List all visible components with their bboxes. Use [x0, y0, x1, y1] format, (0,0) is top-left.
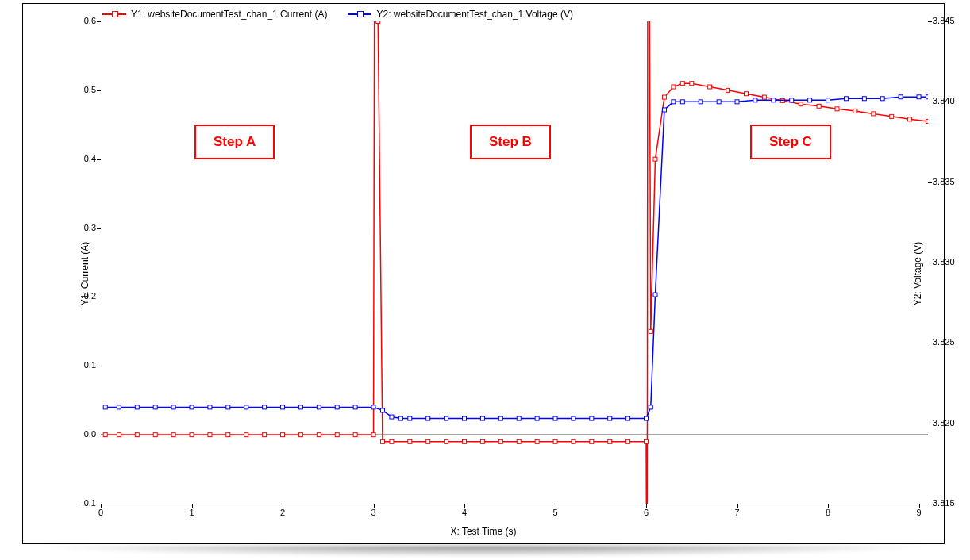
svg-rect-94 — [753, 98, 757, 102]
y2-tick-label: 3.825 — [933, 337, 968, 347]
svg-rect-12 — [298, 433, 302, 437]
svg-rect-36 — [662, 95, 666, 99]
x-axis-label: X: Test Time (s) — [450, 526, 516, 537]
y1-tick-label: -0.1 — [64, 498, 96, 508]
svg-rect-5 — [171, 433, 175, 437]
svg-rect-50 — [890, 114, 894, 118]
svg-rect-9 — [244, 433, 248, 437]
svg-rect-15 — [353, 433, 357, 437]
svg-rect-51 — [908, 117, 912, 121]
svg-rect-1 — [103, 433, 107, 437]
x-tick-label: 1 — [180, 508, 204, 517]
svg-rect-64 — [298, 405, 302, 409]
svg-rect-65 — [317, 405, 321, 409]
svg-rect-103 — [917, 95, 921, 99]
svg-rect-58 — [190, 405, 194, 409]
svg-rect-38 — [680, 82, 684, 86]
svg-rect-62 — [263, 405, 267, 409]
y1-tick-label: 0.5 — [64, 85, 96, 94]
svg-rect-42 — [744, 92, 748, 96]
y1-tick-label: 0.6 — [64, 16, 96, 25]
svg-rect-98 — [826, 98, 830, 102]
x-tick-label: 7 — [726, 508, 749, 517]
svg-rect-45 — [799, 102, 803, 106]
svg-rect-83 — [608, 416, 612, 420]
svg-rect-67 — [353, 405, 357, 409]
y1-tick-label: 0.4 — [64, 154, 96, 163]
x-tick-label: 4 — [452, 508, 476, 517]
legend-item-voltage: Y2: websiteDocumentTest_chan_1 Voltage (… — [348, 9, 572, 20]
svg-rect-74 — [445, 416, 448, 420]
y2-tick-label: 3.840 — [933, 96, 968, 105]
svg-rect-7 — [208, 433, 212, 437]
svg-rect-24 — [480, 439, 484, 443]
svg-rect-82 — [590, 416, 594, 420]
svg-rect-97 — [808, 98, 812, 102]
chart-border: Y1: websiteDocumentTest_chan_1 Current (… — [22, 3, 945, 544]
svg-rect-32 — [626, 439, 630, 443]
svg-rect-93 — [735, 100, 739, 104]
x-tick-label: 0 — [89, 508, 113, 517]
svg-rect-37 — [672, 85, 676, 89]
svg-rect-90 — [680, 100, 684, 104]
svg-rect-55 — [135, 405, 139, 409]
svg-rect-41 — [726, 88, 730, 92]
chart-frame: Y1: websiteDocumentTest_chan_1 Current (… — [0, 0, 970, 560]
svg-rect-77 — [498, 416, 502, 420]
svg-rect-11 — [281, 433, 285, 437]
svg-rect-72 — [408, 416, 412, 420]
y2-tick-label: 3.815 — [933, 498, 968, 508]
svg-rect-61 — [244, 405, 248, 409]
svg-rect-30 — [590, 439, 594, 443]
x-tick-label: 6 — [634, 508, 658, 517]
svg-rect-35 — [653, 157, 657, 161]
svg-rect-19 — [390, 439, 394, 443]
legend-label-voltage: Y2: websiteDocumentTest_chan_1 Voltage (… — [376, 9, 572, 20]
annotation-step-b: Step B — [470, 125, 551, 159]
svg-rect-31 — [608, 439, 612, 443]
svg-rect-75 — [463, 416, 467, 420]
y2-tick-label: 3.835 — [933, 177, 968, 186]
svg-rect-29 — [572, 439, 575, 443]
svg-rect-70 — [390, 415, 394, 419]
svg-rect-102 — [899, 95, 903, 99]
svg-rect-14 — [335, 433, 339, 437]
svg-rect-34 — [649, 329, 652, 333]
svg-rect-49 — [872, 112, 876, 116]
x-tick-label: 9 — [907, 508, 931, 517]
svg-rect-66 — [335, 405, 339, 409]
svg-rect-46 — [817, 104, 821, 108]
y2-tick-label: 3.820 — [933, 418, 968, 428]
svg-rect-43 — [762, 95, 766, 99]
svg-rect-33 — [645, 439, 649, 443]
svg-rect-18 — [380, 439, 384, 443]
svg-rect-26 — [517, 439, 521, 443]
svg-rect-4 — [153, 433, 157, 437]
svg-rect-17 — [376, 21, 380, 24]
svg-rect-39 — [690, 82, 694, 86]
svg-rect-84 — [626, 416, 630, 420]
svg-rect-96 — [790, 98, 794, 102]
svg-rect-53 — [103, 405, 107, 409]
svg-rect-2 — [117, 433, 121, 437]
svg-rect-63 — [281, 405, 285, 409]
svg-rect-56 — [153, 405, 157, 409]
legend-label-current: Y1: websiteDocumentTest_chan_1 Current (… — [131, 9, 327, 20]
svg-rect-10 — [263, 433, 267, 437]
svg-rect-21 — [426, 439, 430, 443]
svg-rect-91 — [699, 100, 702, 104]
y1-tick-label: 0.2 — [64, 291, 96, 301]
svg-rect-101 — [880, 97, 884, 101]
annotation-step-c: Step C — [750, 125, 831, 159]
svg-rect-48 — [853, 109, 857, 113]
svg-rect-86 — [649, 405, 652, 409]
y2-tick-label: 3.830 — [933, 257, 968, 267]
svg-rect-52 — [926, 119, 929, 123]
svg-rect-60 — [226, 405, 230, 409]
svg-rect-59 — [208, 405, 212, 409]
svg-rect-3 — [135, 433, 139, 437]
svg-rect-100 — [862, 97, 866, 101]
svg-rect-20 — [408, 439, 412, 443]
svg-rect-54 — [117, 405, 121, 409]
svg-rect-13 — [317, 433, 321, 437]
